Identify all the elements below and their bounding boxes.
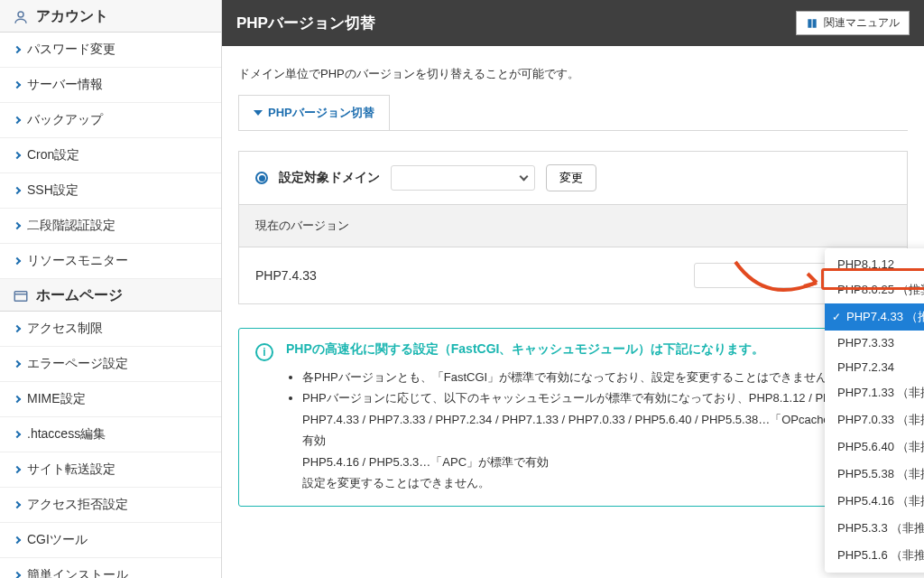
tab-label: PHPバージョン切替: [268, 105, 374, 121]
info-title: PHPの高速化に関する設定（FastCGI、キャッシュモジュール）は下記になりま…: [286, 341, 891, 358]
tab-php-version[interactable]: PHPバージョン切替: [238, 95, 390, 130]
chevron-right-icon: [14, 536, 21, 544]
description: ドメイン単位でPHPのバージョンを切り替えることが可能です。: [238, 66, 908, 82]
current-version-header: 現在のバージョン: [238, 205, 908, 247]
domain-panel: 設定対象ドメイン 変更: [238, 151, 908, 205]
book-icon: [806, 17, 818, 30]
info-list: 各PHPバージョンとも、「FastCGI」が標準で有効になっており、設定を変更す…: [286, 367, 891, 493]
sidebar-item-label: アクセス制限: [27, 321, 103, 337]
sidebar-item-account-2[interactable]: バックアップ: [0, 103, 221, 138]
version-option[interactable]: PHP7.0.33 （非推奨）: [825, 406, 924, 434]
current-version: PHP7.4.33: [255, 268, 317, 283]
info-list-item: PHPバージョンに応じて、以下のキャッシュモジュールが標準で有効になっており、P…: [302, 387, 891, 493]
version-option[interactable]: PHP7.2.34: [825, 355, 924, 379]
sidebar-section-homepage: ホームページ: [0, 279, 221, 312]
chevron-right-icon: [14, 396, 21, 403]
version-option[interactable]: PHP5.6.40 （非推奨）: [825, 434, 924, 461]
sidebar-item-label: アクセス拒否設定: [27, 497, 128, 513]
sidebar-item-homepage-2[interactable]: MIME設定: [0, 382, 221, 417]
chevron-right-icon: [14, 431, 21, 438]
manual-label: 関連マニュアル: [824, 15, 900, 31]
sidebar-item-account-0[interactable]: パスワード変更: [0, 33, 221, 68]
info-list-item: 各PHPバージョンとも、「FastCGI」が標準で有効になっており、設定を変更す…: [302, 367, 891, 387]
sidebar-item-label: サイト転送設定: [27, 461, 116, 478]
chevron-right-icon: [14, 325, 21, 332]
version-option[interactable]: PHP8.1.12: [825, 252, 924, 276]
content: ドメイン単位でPHPのバージョンを切り替えることが可能です。 PHPバージョン切…: [222, 46, 924, 523]
sidebar-item-label: バックアップ: [27, 112, 103, 128]
page-title: PHPバージョン切替: [236, 13, 375, 33]
sidebar-item-label: CGIツール: [27, 532, 88, 548]
version-option[interactable]: PHP8.0.25 （推奨）: [825, 276, 924, 303]
chevron-right-icon: [14, 81, 21, 89]
chevron-right-icon: [14, 572, 21, 578]
chevron-right-icon: [14, 257, 21, 265]
sidebar-section-label: ホームページ: [36, 286, 123, 305]
svg-rect-1: [14, 291, 27, 301]
version-option[interactable]: PHP5.4.16 （非推奨）: [825, 488, 924, 515]
version-option[interactable]: PHP5.5.38 （非推奨）: [825, 461, 924, 488]
domain-radio[interactable]: [255, 172, 268, 184]
sidebar-item-label: 簡単インストール: [27, 567, 128, 578]
sidebar-item-homepage-3[interactable]: .htaccess編集: [0, 417, 221, 452]
sidebar-item-label: エラーページ設定: [27, 356, 128, 372]
version-dropdown: PHP8.1.12PHP8.0.25 （推奨）PHP7.4.33 （推奨）PHP…: [825, 248, 924, 573]
sidebar-item-label: .htaccess編集: [27, 426, 106, 443]
sidebar-item-homepage-6[interactable]: CGIツール: [0, 523, 221, 558]
chevron-right-icon: [14, 501, 21, 508]
sidebar-item-label: サーバー情報: [27, 77, 103, 93]
version-option[interactable]: PHP5.1.6 （非推奨）: [825, 542, 924, 569]
chevron-down-icon: [520, 172, 529, 182]
sidebar-item-account-1[interactable]: サーバー情報: [0, 68, 221, 103]
info-icon: i: [255, 343, 273, 361]
chevron-right-icon: [14, 46, 21, 53]
version-select[interactable]: [694, 263, 829, 288]
sidebar-item-label: SSH設定: [27, 182, 79, 199]
version-option[interactable]: PHP7.4.33 （推奨）: [825, 303, 924, 331]
sidebar: アカウント パスワード変更サーバー情報バックアップCron設定SSH設定二段階認…: [0, 0, 222, 578]
chevron-right-icon: [14, 187, 21, 194]
sidebar-item-label: パスワード変更: [27, 42, 116, 58]
sidebar-item-label: Cron設定: [27, 147, 79, 163]
caret-down-icon: [254, 110, 263, 116]
sidebar-item-label: MIME設定: [27, 391, 86, 407]
sidebar-item-account-5[interactable]: 二段階認証設定: [0, 209, 221, 244]
sidebar-item-label: リソースモニター: [27, 253, 128, 269]
sidebar-item-account-3[interactable]: Cron設定: [0, 138, 221, 173]
sidebar-homepage-items: アクセス制限エラーページ設定MIME設定.htaccess編集サイト転送設定アク…: [0, 312, 221, 578]
person-icon: [13, 9, 29, 25]
version-option[interactable]: PHP5.3.3 （非推奨）: [825, 515, 924, 542]
page-header: PHPバージョン切替 関連マニュアル: [222, 0, 924, 46]
main: PHPバージョン切替 関連マニュアル ドメイン単位でPHPのバージョンを切り替え…: [222, 0, 924, 578]
version-option[interactable]: PHP7.3.33: [825, 331, 924, 355]
chevron-right-icon: [14, 117, 21, 124]
sidebar-item-homepage-1[interactable]: エラーページ設定: [0, 347, 221, 382]
svg-point-0: [18, 12, 23, 17]
sidebar-item-account-6[interactable]: リソースモニター: [0, 244, 221, 279]
version-option[interactable]: PHP7.1.33 （非推奨）: [825, 379, 924, 406]
chevron-right-icon: [14, 152, 21, 159]
chevron-right-icon: [14, 466, 21, 473]
sidebar-item-account-4[interactable]: SSH設定: [0, 173, 221, 209]
chevron-right-icon: [14, 360, 21, 368]
domain-select[interactable]: [391, 165, 535, 191]
window-icon: [13, 288, 29, 304]
sidebar-item-label: 二段階認証設定: [27, 218, 116, 234]
sidebar-account-items: パスワード変更サーバー情報バックアップCron設定SSH設定二段階認証設定リソー…: [0, 33, 221, 279]
chevron-right-icon: [14, 222, 21, 229]
sidebar-section-account: アカウント: [0, 0, 221, 33]
sidebar-item-homepage-7[interactable]: 簡単インストール: [0, 558, 221, 578]
manual-button[interactable]: 関連マニュアル: [796, 11, 910, 35]
tabs: PHPバージョン切替: [238, 95, 908, 131]
info-box: i PHPの高速化に関する設定（FastCGI、キャッシュモジュール）は下記にな…: [238, 328, 908, 507]
domain-label: 設定対象ドメイン: [279, 170, 380, 186]
sidebar-item-homepage-0[interactable]: アクセス制限: [0, 312, 221, 347]
sidebar-item-homepage-5[interactable]: アクセス拒否設定: [0, 488, 221, 523]
sidebar-item-homepage-4[interactable]: サイト転送設定: [0, 452, 221, 488]
sidebar-section-label: アカウント: [36, 7, 108, 26]
version-row: PHP7.4.33 変更: [238, 247, 908, 304]
domain-change-button[interactable]: 変更: [546, 164, 596, 191]
